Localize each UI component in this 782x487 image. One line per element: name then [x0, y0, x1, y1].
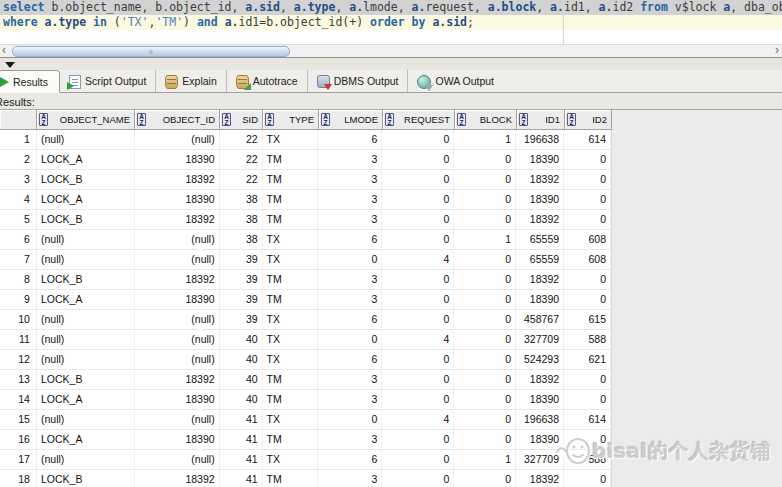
- grid-cell[interactable]: LOCK_A: [37, 430, 135, 449]
- grid-cell[interactable]: 6: [318, 450, 382, 469]
- grid-cell[interactable]: 1: [454, 230, 516, 249]
- grid-cell[interactable]: 0: [564, 390, 611, 409]
- grid-cell[interactable]: 3: [318, 210, 382, 229]
- grid-cell[interactable]: TM: [263, 290, 319, 309]
- row-number-cell[interactable]: 7: [0, 250, 37, 269]
- grid-cell[interactable]: 0: [564, 290, 611, 309]
- grid-cell[interactable]: (null): [135, 250, 220, 269]
- grid-cell[interactable]: TX: [263, 410, 319, 429]
- grid-cell[interactable]: 0: [454, 250, 516, 269]
- grid-cell[interactable]: (null): [135, 310, 220, 329]
- grid-cell[interactable]: 0: [382, 470, 454, 487]
- scrollbar-thumb[interactable]: [12, 46, 290, 57]
- row-number-cell[interactable]: 5: [0, 210, 37, 229]
- grid-cell[interactable]: 18390: [135, 290, 220, 309]
- grid-cell[interactable]: 65559: [516, 230, 564, 249]
- grid-cell[interactable]: TM: [263, 390, 319, 409]
- grid-cell[interactable]: 18390: [135, 390, 220, 409]
- grid-cell[interactable]: 39: [220, 250, 263, 269]
- grid-cell[interactable]: 0: [454, 210, 516, 229]
- row-number-cell[interactable]: 16: [0, 430, 37, 449]
- grid-cell[interactable]: (null): [37, 230, 135, 249]
- grid-cell[interactable]: 39: [220, 270, 263, 289]
- row-number-cell[interactable]: 17: [0, 450, 37, 469]
- grid-cell[interactable]: 0: [382, 350, 454, 369]
- column-header-object_name[interactable]: AZOBJECT_NAME: [37, 110, 135, 130]
- grid-cell[interactable]: 0: [454, 270, 516, 289]
- grid-cell[interactable]: LOCK_B: [37, 370, 135, 389]
- grid-cell[interactable]: 0: [454, 430, 516, 449]
- row-number-cell[interactable]: 14: [0, 390, 37, 409]
- splitter-bar[interactable]: [0, 58, 782, 70]
- scroll-right-icon[interactable]: ›: [775, 43, 779, 57]
- grid-cell[interactable]: 18390: [135, 150, 220, 169]
- grid-cell[interactable]: 3: [318, 170, 382, 189]
- row-number-cell[interactable]: 18: [0, 470, 37, 487]
- grid-cell[interactable]: 524293: [516, 350, 564, 369]
- grid-cell[interactable]: 614: [564, 130, 611, 149]
- grid-cell[interactable]: 0: [564, 210, 611, 229]
- row-number-cell[interactable]: 9: [0, 290, 37, 309]
- grid-cell[interactable]: 18390: [516, 430, 564, 449]
- grid-cell[interactable]: 0: [454, 150, 516, 169]
- grid-cell[interactable]: (null): [37, 250, 135, 269]
- row-number-cell[interactable]: 4: [0, 190, 37, 209]
- grid-cell[interactable]: 0: [382, 130, 454, 149]
- grid-cell[interactable]: 621: [564, 350, 611, 369]
- grid-cell[interactable]: 0: [382, 370, 454, 389]
- column-header-request[interactable]: AZREQUEST: [383, 110, 455, 130]
- grid-cell[interactable]: 40: [220, 330, 263, 349]
- tab-owa-output[interactable]: OWA Output: [407, 70, 503, 92]
- grid-cell[interactable]: 0: [454, 470, 516, 487]
- grid-cell[interactable]: 608: [564, 250, 611, 269]
- grid-cell[interactable]: 39: [220, 290, 263, 309]
- grid-cell[interactable]: 3: [318, 150, 382, 169]
- grid-cell[interactable]: 6: [318, 350, 382, 369]
- scroll-left-icon[interactable]: ‹: [2, 43, 6, 57]
- grid-cell[interactable]: (null): [37, 330, 135, 349]
- grid-cell[interactable]: 6: [318, 310, 382, 329]
- grid-cell[interactable]: 18390: [135, 190, 220, 209]
- grid-cell[interactable]: 0: [564, 430, 611, 449]
- grid-cell[interactable]: 0: [382, 450, 454, 469]
- grid-cell[interactable]: 0: [564, 470, 611, 487]
- grid-cell[interactable]: 0: [454, 330, 516, 349]
- grid-cell[interactable]: 0: [318, 410, 382, 429]
- grid-cell[interactable]: 22: [220, 130, 263, 149]
- row-number-cell[interactable]: 1: [0, 130, 37, 149]
- grid-cell[interactable]: 0: [382, 270, 454, 289]
- grid-cell[interactable]: 18392: [516, 210, 564, 229]
- grid-cell[interactable]: 0: [454, 390, 516, 409]
- grid-cell[interactable]: 0: [564, 190, 611, 209]
- grid-cell[interactable]: 18390: [516, 390, 564, 409]
- grid-cell[interactable]: LOCK_B: [37, 270, 135, 289]
- grid-cell[interactable]: 0: [454, 310, 516, 329]
- grid-cell[interactable]: 38: [220, 210, 263, 229]
- grid-cell[interactable]: 0: [454, 190, 516, 209]
- tab-explain[interactable]: Explain: [155, 70, 225, 92]
- tab-script-output[interactable]: Script Output: [60, 70, 155, 92]
- sort-az-icon[interactable]: AZ: [567, 113, 576, 126]
- grid-cell[interactable]: 18392: [516, 170, 564, 189]
- grid-cell[interactable]: 615: [564, 310, 611, 329]
- grid-cell[interactable]: TM: [263, 210, 319, 229]
- grid-cell[interactable]: TX: [263, 450, 319, 469]
- grid-cell[interactable]: TM: [263, 170, 319, 189]
- grid-cell[interactable]: 22: [220, 150, 263, 169]
- sort-az-icon[interactable]: AZ: [39, 113, 48, 126]
- grid-cell[interactable]: (null): [135, 350, 220, 369]
- grid-cell[interactable]: (null): [135, 230, 220, 249]
- grid-cell[interactable]: 0: [382, 170, 454, 189]
- grid-cell[interactable]: 0: [454, 350, 516, 369]
- grid-cell[interactable]: 0: [564, 270, 611, 289]
- grid-cell[interactable]: 4: [382, 410, 454, 429]
- grid-cell[interactable]: 3: [318, 370, 382, 389]
- grid-cell[interactable]: (null): [37, 450, 135, 469]
- grid-cell[interactable]: 38: [220, 190, 263, 209]
- grid-cell[interactable]: 0: [382, 310, 454, 329]
- grid-cell[interactable]: 196638: [516, 130, 564, 149]
- grid-cell[interactable]: 614: [564, 410, 611, 429]
- grid-cell[interactable]: 458767: [516, 310, 564, 329]
- grid-cell[interactable]: 18392: [135, 370, 220, 389]
- grid-cell[interactable]: 40: [220, 390, 263, 409]
